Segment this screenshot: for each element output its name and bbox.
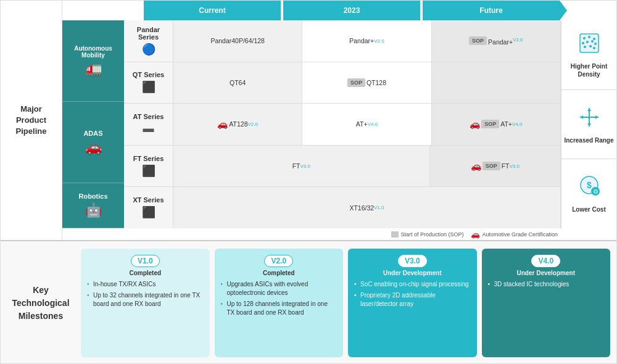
header-row: Current 2023 Future [62,1,616,20]
svg-marker-15 [587,108,591,111]
product-rows: AutonomousMobility 🚛 ADAS 🚗 Robotics 🤖 [62,20,616,228]
product-row-pandar: Pandar Series 🔵 Pandar40P/64/128 Pandar+… [124,20,561,62]
svg-point-1 [583,37,586,39]
svg-point-9 [589,45,592,48]
right-icons: Higher Point Density [561,20,616,228]
header-spacer [62,1,143,20]
right-higher-point-density: Higher Point Density [561,20,616,90]
robotics-icon: 🤖 [85,202,102,218]
product-grid: Current 2023 Future AutonomousMobility 🚛 [62,1,616,240]
milestone-v1: V1.0 Completed In-house TX/RX ASICs Up t… [81,249,210,357]
pandar-data: Pandar40P/64/128 Pandar+V2.0 SOP Pandar+… [173,20,561,62]
milestone-cards: V1.0 Completed In-house TX/RX ASICs Up t… [81,249,610,357]
header-2023: 2023 [283,1,420,20]
v4-status: Under Development [488,270,605,276]
category-autonomous: AutonomousMobility 🚛 [62,20,124,102]
svg-point-5 [586,41,589,43]
increased-range-label: Increased Range [564,136,613,144]
v1-bullet-2: Up to 32 channels integrated in one TX b… [87,291,204,308]
lower-cost-label: Lower Cost [572,205,605,213]
svg-marker-13 [595,115,598,119]
svg-marker-16 [587,123,591,126]
product-row-xt: XT Series ⬛ XT16/32V1.0 [124,187,561,228]
svg-point-10 [593,47,595,49]
qt-data: QT64 SOP QT128 [173,62,561,104]
svg-point-6 [591,40,594,43]
pandar-future: SOP Pandar+V2.0 [432,20,561,62]
milestones-label: KeyTechnologicalMilestones [7,249,75,357]
qt-current: QT64 [173,62,302,104]
bottom-section: KeyTechnologicalMilestones V1.0 Complete… [1,241,616,363]
pipeline-label: MajorProductPipeline [1,1,62,240]
series-qt: QT Series ⬛ [124,62,173,104]
v3-bullet-2: Proprietary 2D addressable laser/detecto… [354,291,471,308]
pandar-current: Pandar40P/64/128 [173,20,302,62]
xt-all: XT16/32V1.0 [173,187,561,228]
at-current: 🚗AT128V2.0 [173,104,302,145]
pandar-2023: Pandar+V2.0 [302,20,431,62]
series-pandar: Pandar Series 🔵 [124,20,173,62]
svg-point-3 [593,38,595,40]
header-current: Current [144,1,281,20]
legend-sop: Start of Production (SOP) [391,231,463,238]
main-container: MajorProductPipeline Current 2023 Future [0,0,617,364]
at-data: 🚗AT128V2.0 AT+ V4.0 🚗 SOPAT+V4.0 [173,104,561,145]
series-data-area: Pandar Series 🔵 Pandar40P/64/128 Pandar+… [124,20,561,228]
series-at: AT Series ▬ [124,104,173,145]
xt-data: XT16/32V1.0 [173,187,561,228]
v2-bullet-1: Upgrades ASICs with evolved optoelectron… [221,280,337,297]
v3-badge: V3.0 [398,255,427,267]
milestone-v3: V3.0 Under Development SoC enabling on-c… [348,249,477,357]
v1-badge: V1.0 [131,255,160,267]
v2-badge: V2.0 [264,255,293,267]
autonomous-label: AutonomousMobility [74,45,112,59]
v3-status: Under Development [354,270,471,276]
v4-badge: V4.0 [531,255,560,267]
ft-data: FTV3.0 🚗 SOPFTV3.0 [173,146,561,187]
pipeline-title: MajorProductPipeline [16,104,47,138]
qt-future [432,62,561,104]
svg-marker-14 [580,115,583,119]
top-section: MajorProductPipeline Current 2023 Future [1,1,616,241]
svg-point-4 [582,42,584,44]
v2-bullet-2: Up to 128 channels integrated in one TX … [221,300,337,317]
header-future: Future [423,1,560,20]
svg-point-8 [584,46,586,48]
v1-bullet-1: In-house TX/RX ASICs [87,280,204,289]
v2-status: Completed [221,270,337,276]
svg-text:$: $ [587,180,592,190]
v4-bullet-1: 3D stacked IC technologies [488,280,605,289]
qt-2023: SOP QT128 [302,62,431,104]
series-xt: XT Series ⬛ [124,187,173,228]
svg-point-7 [594,43,597,45]
adas-icon: 🚗 [85,139,102,155]
at-future: 🚗 SOPAT+V4.0 [432,104,561,145]
ft-future: 🚗 SOPFTV3.0 [430,146,561,187]
product-row-at: AT Series ▬ 🚗AT128V2.0 AT+ V4.0 🚗 SOPAT+… [124,104,561,146]
v3-bullet-1: SoC enabling on-chip signal processing [354,280,471,289]
category-robotics: Robotics 🤖 [62,183,124,228]
product-row-qt: QT Series ⬛ QT64 SOP QT128 [124,62,561,104]
svg-text:⚙: ⚙ [592,188,598,195]
milestone-v4: V4.0 Under Development 3D stacked IC tec… [482,249,611,357]
autonomous-icon: 🚛 [85,61,102,77]
ft-current-2023: FTV3.0 [173,146,430,187]
product-row-ft: FT Series ⬛ FTV3.0 🚗 SOPFTV3.0 [124,146,561,188]
v1-status: Completed [87,270,204,276]
legend-row: Start of Production (SOP) 🚗 Automotive G… [62,228,616,240]
svg-point-2 [588,36,590,38]
category-column: AutonomousMobility 🚛 ADAS 🚗 Robotics 🤖 [62,20,124,228]
right-increased-range: Increased Range [561,90,616,160]
series-ft: FT Series ⬛ [124,146,173,187]
higher-point-density-label: Higher Point Density [564,62,614,78]
legend-automotive: 🚗 Automotive Grade Certification [471,230,558,239]
at-2023: AT+ V4.0 [302,104,431,145]
robotics-label: Robotics [78,192,107,200]
category-adas: ADAS 🚗 [62,102,124,183]
right-lower-cost: $ ⚙ Lower Cost [561,159,616,228]
adas-label: ADAS [83,130,102,137]
milestone-v2: V2.0 Completed Upgrades ASICs with evolv… [215,249,344,357]
